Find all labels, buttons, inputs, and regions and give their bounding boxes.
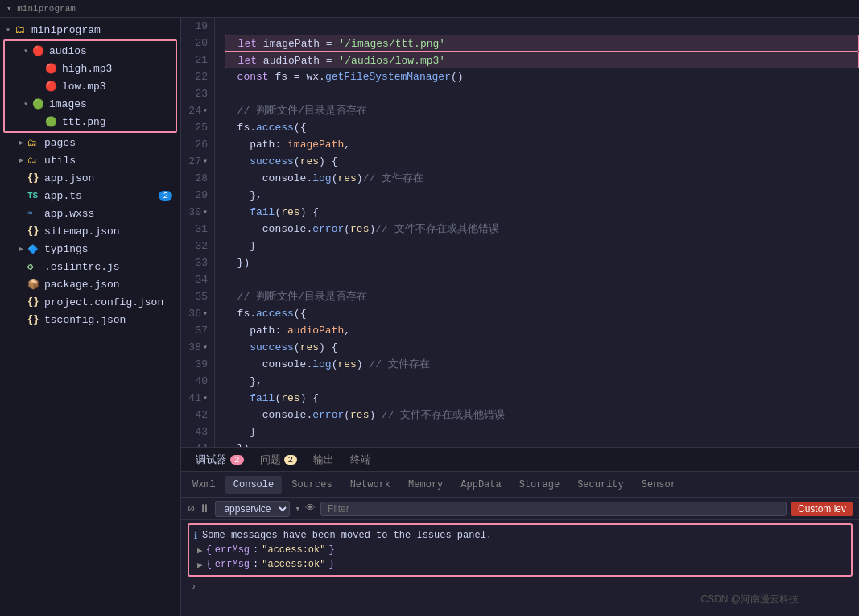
tab-storage[interactable]: Storage [511,476,568,494]
tab-sensor[interactable]: Sensor [634,476,684,494]
tree-item-app-json[interactable]: {} app.json [0,169,180,187]
tree-label: audios [49,45,87,57]
code-line-26: path: imagePath, [225,136,859,153]
tree-item-images[interactable]: ▾ 🟢 images [5,95,176,113]
pause-icon[interactable]: ⏸ [199,502,210,515]
tab-issues[interactable]: 问题 2 [252,449,306,470]
code-line-21: let audioPath = '/audios/low.mp3' [225,52,859,68]
tree-item-package-json[interactable]: 📦 package.json [0,275,180,293]
tree-item-pages[interactable]: ▶ 🗂 pages [0,134,180,151]
code-line-30: fail(res) { [225,204,859,221]
utils-folder-icon: 🗂 [27,155,42,167]
err-brace-open: { [206,544,212,556]
tab-memory[interactable]: Memory [400,476,451,494]
tree-item-miniprogram[interactable]: ▾ 🗂 miniprogram [0,21,180,39]
err-key-1: errMsg [215,544,250,556]
err-val-1: "access:ok" [262,544,325,556]
typing-folder-icon: 🔷 [27,244,42,254]
tree-item-typings[interactable]: ▶ 🔷 typings [0,240,180,258]
tree-label: pages [44,137,76,149]
tab-output-label: 输出 [313,454,334,466]
tree-label: typings [44,243,89,255]
tree-item-sitemap-json[interactable]: {} sitemap.json [0,222,180,240]
tree-label: low.mp3 [62,81,106,93]
tree-item-ttt-png[interactable]: 🟢 ttt.png [5,113,176,130]
highlight-group: ▾ 🔴 audios 🔴 high.mp3 🔴 low.mp3 [3,39,177,133]
tree-label: sitemap.json [44,225,120,238]
code-content: let imagePath = '/images/ttt.png' let au… [215,18,859,447]
tab-network[interactable]: Network [342,476,399,494]
custom-level-button[interactable]: Custom lev [791,502,853,516]
img-folder-icon: 🟢 [32,98,47,110]
code-line-23 [225,85,859,102]
console-error-row-2[interactable]: ▶ { errMsg : "access:ok" } [194,557,846,572]
code-line-39: console.log(res) // 文件存在 [225,356,859,373]
folder-arrow: ▾ [19,46,32,56]
folder-arrow: ▶ [14,155,27,165]
tree-item-tsconfig-json[interactable]: {} tsconfig.json [0,311,180,329]
err-brace-open-2: { [206,559,212,570]
tree-label: project.config.json [44,296,163,308]
tab-security[interactable]: Security [569,476,632,494]
code-line-24: // 判断文件/目录是否存在 [225,102,859,119]
tab-appdata[interactable]: AppData [452,476,509,494]
tree-item-high-mp3[interactable]: 🔴 high.mp3 [5,60,176,77]
png-icon: 🟢 [45,116,60,128]
tree-label: high.mp3 [62,63,112,75]
json-icon: {} [27,314,42,325]
tree-item-low-mp3[interactable]: 🔴 low.mp3 [5,77,176,95]
tree-label: utils [44,155,76,167]
tab-debugger[interactable]: 调试器 2 [188,449,252,470]
tab-terminal[interactable]: 终端 [342,449,379,470]
json-icon: {} [27,225,42,237]
code-line-22: const fs = wx.getFileSystemManager() [225,68,859,85]
tree-item-utils[interactable]: ▶ 🗂 utils [0,151,180,169]
wxss-icon: ≈ [27,209,42,218]
code-line-27: success(res) { [225,153,859,170]
tree-label: package.json [44,279,120,291]
tree-label: images [49,98,87,110]
tab-issues-label: 问题 [260,453,281,467]
tab-sources[interactable]: Sources [283,476,340,494]
tab-terminal-label: 终端 [350,454,371,466]
eye-icon[interactable]: 👁 [305,502,316,515]
code-line-28: console.log(res)// 文件存在 [225,170,859,187]
dropdown-arrow-icon: ▾ [295,503,300,514]
clear-console-icon[interactable]: ⊘ [188,502,194,515]
pkg-icon: 📦 [27,279,42,291]
tree-label: app.wxss [44,208,94,220]
audio-folder-icon: 🔴 [32,45,47,57]
tree-item-app-wxss[interactable]: ≈ app.wxss [0,205,180,222]
err-val-2: "access:ok" [262,559,325,570]
console-info-text: Some messages have been moved to the Iss… [202,530,492,541]
audio-icon: 🔴 [45,81,60,93]
line-numbers: 19 20 21 22 23 24 ▾ 25 26 27 ▾ 28 29 30 … [181,18,215,447]
panel-tabs-row: 调试器 2 问题 2 输出 终端 [181,448,859,472]
code-line-35: // 判断文件/目录是否存在 [225,288,859,305]
code-line-25: fs.access({ [225,119,859,136]
top-bar-title: ▾ miniprogram [6,3,76,14]
console-highlight-group: ℹ Some messages have been moved to the I… [188,523,853,577]
expand-arrow-icon-2: ▶ [197,560,203,570]
editor-column: 19 20 21 22 23 24 ▾ 25 26 27 ▾ 28 29 30 … [181,18,859,616]
tree-item-audios[interactable]: ▾ 🔴 audios [5,42,176,60]
tab-console[interactable]: Console [225,476,282,494]
code-line-42: console.error(res) // 文件不存在或其他错误 [225,407,859,424]
eslint-icon: ⚙ [27,261,42,273]
tab-output[interactable]: 输出 [305,449,342,470]
filter-input[interactable] [320,502,787,516]
tree-item-project-config-json[interactable]: {} project.config.json [0,293,180,311]
tree-label: app.ts [44,190,159,202]
err-key-2: errMsg [215,559,250,570]
folder-arrow: ▾ [2,25,14,35]
tree-item-app-ts[interactable]: TS app.ts 2 [0,187,180,205]
code-line-44: }) [225,440,859,447]
tree-item-eslintrc[interactable]: ⚙ .eslintrc.js [0,258,180,275]
console-error-row-1[interactable]: ▶ { errMsg : "access:ok" } [194,543,846,557]
pages-folder-icon: 🗂 [27,137,42,149]
app-container: ▾ miniprogram ▾ 🗂 miniprogram ▾ 🔴 audios [0,0,859,616]
appservice-select[interactable]: appservice [215,501,290,517]
folder-arrow: ▶ [14,244,27,254]
tab-wxml[interactable]: Wxml [184,476,224,494]
err-brace-close-2: } [328,559,334,570]
